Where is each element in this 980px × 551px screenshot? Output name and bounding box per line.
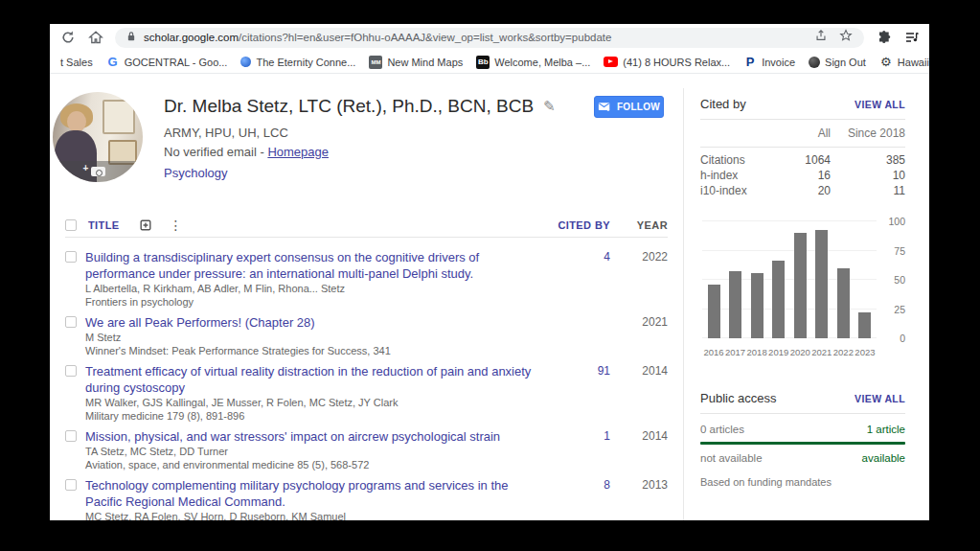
edit-profile-pencil-icon[interactable]: ✎ <box>543 98 556 115</box>
chart-bar[interactable] <box>837 268 850 338</box>
x-axis-tick-label: 2023 <box>853 347 877 357</box>
profile-avatar[interactable] <box>53 92 143 182</box>
cited-by-view-all-link[interactable]: VIEW ALL <box>855 99 905 110</box>
bookmark-item[interactable]: PInvoice <box>737 54 802 71</box>
bookmark-star-icon[interactable] <box>839 29 853 46</box>
publication-row: Building a transdisciplinary expert cons… <box>65 249 668 309</box>
bookmark-item[interactable]: GGOCENTRAL - Goo... <box>100 54 235 71</box>
publication-title-link[interactable]: Technology complementing military psycho… <box>85 477 539 510</box>
lock-icon[interactable] <box>126 29 136 46</box>
publication-title-link[interactable]: Building a transdisciplinary expert cons… <box>85 249 539 282</box>
publications-table: TITLE ⋮ CITED BY YEAR Building a transdi… <box>65 213 668 520</box>
chart-bar[interactable] <box>772 261 785 338</box>
row-checkbox[interactable] <box>65 316 77 328</box>
youtube-icon <box>604 57 618 67</box>
dark-circle-icon <box>809 57 820 68</box>
public-access-section: Public access VIEW ALL 0 articles 1 arti… <box>700 382 905 488</box>
chart-bar-slot <box>746 221 767 338</box>
publication-year: 2014 <box>610 428 668 443</box>
bookmark-label: GOCENTRAL - Goo... <box>125 57 228 68</box>
bookmark-item[interactable]: t Sales <box>54 55 100 70</box>
cited-by-count[interactable]: 4 <box>553 249 610 264</box>
bookmark-item[interactable]: MMNew Mind Maps <box>362 54 469 71</box>
bookmark-item[interactable]: The Eternity Conne... <box>234 55 362 70</box>
bookmark-label: The Eternity Conne... <box>256 57 355 68</box>
chart-bar[interactable] <box>858 312 871 338</box>
browser-window: scholar.google.com/citations?hl=en&user=… <box>50 24 929 520</box>
publication-row: Mission, physical, and war stressors' im… <box>65 428 668 471</box>
publication-venue: Aviation, space, and environmental medic… <box>85 458 539 471</box>
stat-row: Citations1064385 <box>700 152 905 168</box>
cited-by-count[interactable]: 8 <box>553 477 610 492</box>
home-button[interactable] <box>87 30 103 46</box>
chart-bar[interactable] <box>708 285 720 338</box>
blue-dot-icon <box>240 57 251 67</box>
google-g-icon: G <box>106 56 120 69</box>
publication-title-link[interactable]: Treatment efficacy of virtual reality di… <box>85 363 539 396</box>
chart-bar-slot <box>855 221 876 338</box>
bookmark-item[interactable]: (41) 8 HOURS Relax... <box>597 55 737 70</box>
stat-row: i10-index2011 <box>700 183 905 198</box>
row-checkbox[interactable] <box>65 430 77 442</box>
follow-button[interactable]: FOLLOW <box>594 96 664 118</box>
not-available-label: not available <box>700 452 763 464</box>
publications-header: TITLE ⋮ CITED BY YEAR <box>65 213 668 238</box>
browser-toolbar: scholar.google.com/citations?hl=en&user=… <box>50 24 929 51</box>
bookmark-label: Sign Out <box>825 57 866 68</box>
cited-by-count[interactable]: 1 <box>553 428 610 443</box>
publication-main: Treatment efficacy of virtual reality di… <box>85 363 553 423</box>
publication-title-link[interactable]: Mission, physical, and war stressors' im… <box>85 428 539 445</box>
publication-main: We are all Peak Performers! (Chapter 28)… <box>85 314 553 357</box>
profile-email-line: No verified email - Homepage <box>164 145 556 159</box>
cited-by-count <box>553 314 610 315</box>
more-options-icon[interactable]: ⋮ <box>170 218 183 232</box>
bookmark-label: (41) 8 HOURS Relax... <box>623 57 730 68</box>
share-icon[interactable] <box>814 29 828 46</box>
chart-x-axis: 20162017201820192020202120222023 <box>702 347 877 357</box>
bookmark-item[interactable]: ⚙Hawaii Tax Online <box>873 54 929 71</box>
publication-row: We are all Peak Performers! (Chapter 28)… <box>65 314 668 357</box>
bookmark-item[interactable]: Sign Out <box>802 55 873 70</box>
reading-list-icon[interactable] <box>903 30 920 46</box>
stat-label-link[interactable]: i10-index <box>700 183 747 198</box>
profile-name: Dr. Melba Stetz, LTC (Ret.), Ph.D., BCN,… <box>164 96 534 117</box>
bookmark-item[interactable]: BbWelcome, Melba –... <box>469 54 597 71</box>
stat-label-link[interactable]: h-index <box>700 168 738 183</box>
bookmark-label: t Sales <box>60 57 93 68</box>
add-to-library-icon[interactable] <box>139 218 152 232</box>
publication-year: 2013 <box>610 477 668 492</box>
row-checkbox[interactable] <box>65 251 77 263</box>
publication-main: Technology complementing military psycho… <box>85 477 553 520</box>
publication-title-link[interactable]: We are all Peak Performers! (Chapter 28) <box>85 314 539 331</box>
cited-by-count[interactable]: 91 <box>553 363 610 378</box>
publication-venue: Military medicine 179 (8), 891-896 <box>85 409 539 423</box>
interest-link-psychology[interactable]: Psychology <box>164 166 227 180</box>
homepage-link[interactable]: Homepage <box>267 145 329 159</box>
extensions-puzzle-icon[interactable] <box>876 30 892 46</box>
gear-icon: ⚙ <box>879 56 893 69</box>
stat-label-link[interactable]: Citations <box>700 152 745 168</box>
paypal-icon: P <box>743 56 757 69</box>
bookmark-label: New Mind Maps <box>387 57 463 68</box>
stat-value-since: 385 <box>831 152 905 168</box>
chart-bar[interactable] <box>729 271 741 338</box>
chart-bar[interactable] <box>794 233 807 338</box>
chart-bars <box>702 221 877 338</box>
citation-stats: Citations1064385h-index1610i10-index2011 <box>700 148 905 198</box>
cited-by-title: Cited by <box>700 97 746 111</box>
address-bar[interactable]: scholar.google.com/citations?hl=en&user=… <box>115 28 864 48</box>
col-since-label: Since 2018 <box>831 126 905 140</box>
funding-mandates-note: Based on funding mandates <box>700 476 905 488</box>
chart-bar[interactable] <box>815 230 828 338</box>
sort-by-title-button[interactable]: TITLE <box>88 219 120 231</box>
reload-button[interactable] <box>59 30 76 46</box>
scholar-page: Dr. Melba Stetz, LTC (Ret.), Ph.D., BCN,… <box>50 75 929 520</box>
chart-bar[interactable] <box>751 273 763 338</box>
bookmark-label: Hawaii Tax Online <box>898 57 929 68</box>
select-all-checkbox[interactable] <box>65 219 77 231</box>
change-photo-camera-icon[interactable] <box>53 161 143 182</box>
public-access-view-all-link[interactable]: VIEW ALL <box>855 393 905 404</box>
sort-by-cited-button[interactable]: CITED BY <box>558 219 610 231</box>
row-checkbox[interactable] <box>65 479 77 491</box>
row-checkbox[interactable] <box>65 365 77 377</box>
